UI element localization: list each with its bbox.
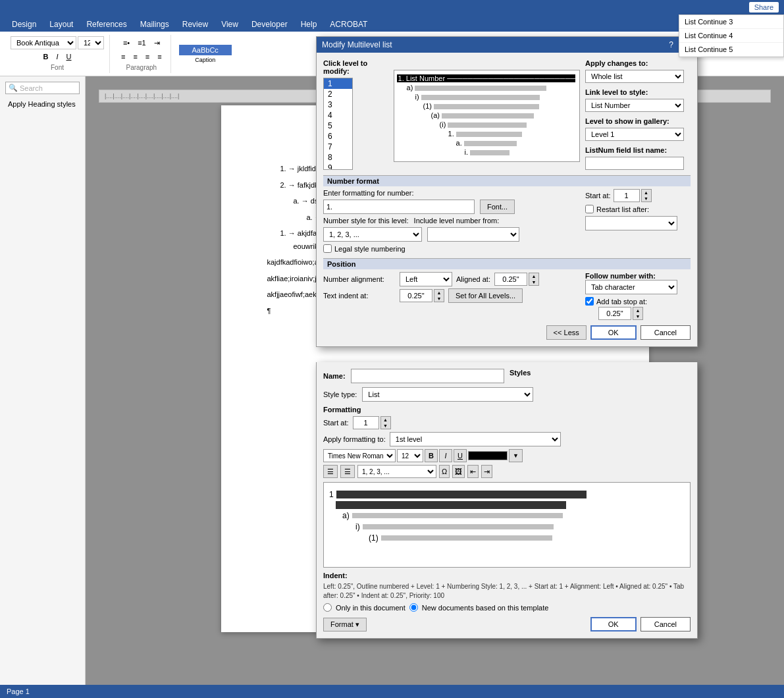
- add-tab-input[interactable]: [598, 307, 631, 320]
- number-format-section: Number format: [323, 175, 691, 186]
- level-7[interactable]: 7: [324, 142, 352, 152]
- list-continue-3[interactable]: List Continue 3: [679, 15, 783, 29]
- dialog-btn-row: << Less OK Cancel: [323, 325, 691, 340]
- font-group: Book Antiqua 12 B I U Font: [5, 35, 110, 73]
- start-at-up[interactable]: ▲: [642, 190, 651, 196]
- position-right: Follow number with: Tab character Add ta…: [585, 272, 691, 320]
- level-4[interactable]: 4: [324, 110, 352, 121]
- include-level-select[interactable]: [427, 227, 519, 242]
- justify-button[interactable]: ≡: [154, 51, 165, 63]
- number-style-select[interactable]: 1, 2, 3, ...: [323, 227, 422, 242]
- underline-button[interactable]: U: [63, 51, 75, 63]
- level-8[interactable]: 8: [324, 152, 352, 163]
- font-name-select[interactable]: Book Antiqua: [11, 36, 76, 49]
- level-5[interactable]: 5: [324, 121, 352, 131]
- numbering-button[interactable]: ≡1: [134, 37, 149, 49]
- enter-formatting-label: Enter formatting for number:: [323, 189, 414, 197]
- font-button[interactable]: Font...: [480, 200, 515, 214]
- aligned-down[interactable]: ▼: [529, 279, 538, 285]
- start-at-down[interactable]: ▼: [642, 196, 651, 201]
- list-continue-5[interactable]: List Continue 5: [679, 43, 783, 57]
- tab-references[interactable]: References: [80, 17, 133, 32]
- legal-style-checkbox[interactable]: [323, 244, 332, 253]
- tab-mailings[interactable]: Mailings: [134, 17, 176, 32]
- tab-review[interactable]: Review: [176, 17, 215, 32]
- follow-number-select[interactable]: Tab character: [585, 280, 677, 294]
- listnum-input[interactable]: [585, 157, 684, 170]
- align-right-button[interactable]: ≡: [142, 51, 153, 63]
- less-button[interactable]: << Less: [546, 325, 587, 340]
- level-6[interactable]: 6: [324, 131, 352, 142]
- indent-button[interactable]: ⇥: [151, 37, 163, 49]
- paragraph-group: ≡• ≡1 ⇥ ≡ ≡ ≡ ≡ Paragraph: [113, 35, 171, 73]
- add-tab-label: Add tab stop at:: [596, 298, 647, 306]
- listnum-label: ListNum field list name:: [585, 146, 691, 154]
- restart-list-select[interactable]: [585, 216, 677, 230]
- add-tab-row: Add tab stop at:: [585, 297, 691, 306]
- aligned-at-input[interactable]: [494, 273, 527, 286]
- tab-help[interactable]: Help: [294, 17, 324, 32]
- add-tab-down[interactable]: ▼: [633, 313, 642, 319]
- para-controls: ≡• ≡1 ⇥: [120, 37, 163, 49]
- level-2[interactable]: 2: [324, 89, 352, 99]
- alignment-row: Number alignment: Left Aligned at: ▲ ▼: [323, 272, 579, 286]
- italic-button[interactable]: I: [53, 51, 61, 63]
- text-indent-up[interactable]: ▲: [434, 290, 444, 296]
- gallery-select[interactable]: Level 1: [585, 128, 684, 141]
- bold-button[interactable]: B: [40, 51, 52, 63]
- preview-spacer: [394, 59, 580, 70]
- sidebar-item-apply-heading[interactable]: Apply Heading styles: [5, 98, 80, 110]
- add-tab-checkbox[interactable]: [585, 297, 594, 306]
- set-for-all-button[interactable]: Set for All Levels...: [448, 288, 523, 303]
- page-info: Page 1: [7, 687, 30, 695]
- number-style-row: Number style for this level: Include lev…: [323, 217, 579, 225]
- formatting-input[interactable]: [323, 200, 475, 214]
- dialog-help-button[interactable]: ?: [666, 40, 676, 50]
- tab-design[interactable]: Design: [5, 17, 43, 32]
- level-3[interactable]: 3: [324, 99, 352, 110]
- preview-line-9: i.: [465, 148, 577, 156]
- preview-line-8: a.: [456, 139, 577, 147]
- main-ok-button[interactable]: OK: [590, 325, 637, 340]
- bullets-button[interactable]: ≡•: [120, 37, 133, 49]
- tab-layout[interactable]: Layout: [43, 17, 80, 32]
- text-indent-down[interactable]: ▼: [434, 296, 444, 302]
- tab-acrobat[interactable]: ACROBAT: [323, 17, 374, 32]
- number-format-body: Enter formatting for number: Font... Num…: [323, 189, 691, 254]
- follow-number-row: Follow number with: Tab character: [585, 272, 691, 294]
- align-center-button[interactable]: ≡: [130, 51, 140, 63]
- apply-changes-select[interactable]: Whole list: [585, 70, 684, 83]
- main-cancel-button[interactable]: Cancel: [640, 325, 691, 340]
- search-box[interactable]: 🔍 Search: [5, 82, 80, 94]
- tab-view[interactable]: View: [215, 17, 245, 32]
- click-level-label: Click level to modify:: [323, 59, 388, 75]
- restart-list-checkbox[interactable]: [585, 205, 594, 213]
- style-preview: AaBbCc Caption: [174, 35, 237, 73]
- text-indent-input[interactable]: [400, 289, 432, 302]
- start-at-label: Start at:: [585, 192, 611, 200]
- spinner-buttons: ▲ ▼: [641, 189, 652, 202]
- add-tab-up[interactable]: ▲: [633, 308, 642, 313]
- search-icon: 🔍: [9, 84, 18, 92]
- aligned-up[interactable]: ▲: [529, 273, 538, 279]
- link-level-select[interactable]: List Number: [585, 99, 684, 112]
- font-size-select[interactable]: 12: [78, 36, 104, 49]
- restart-list-row: Restart list after:: [585, 205, 691, 213]
- align-left-button[interactable]: ≡: [118, 51, 128, 63]
- alignment-select[interactable]: Left: [400, 272, 452, 286]
- dialog-modify-multilevel[interactable]: Modify Multilevel list ? ✕ Click level t…: [316, 36, 698, 347]
- start-at-input[interactable]: [614, 189, 640, 202]
- number-style-select-row: 1, 2, 3, ...: [323, 227, 579, 242]
- level-1[interactable]: 1: [324, 78, 352, 89]
- position-left: Number alignment: Left Aligned at: ▲ ▼: [323, 272, 579, 320]
- sidebar-list: List Continue 3 List Continue 4 List Con…: [679, 14, 784, 57]
- enter-formatting-row: Enter formatting for number:: [323, 189, 579, 197]
- link-level-label: Link level to style:: [585, 88, 691, 96]
- preview-line-1: 1. List Number ─────────────────────────: [397, 74, 577, 82]
- share-button[interactable]: Share: [749, 2, 779, 13]
- restart-list-label: Restart list after:: [596, 205, 649, 213]
- list-continue-4[interactable]: List Continue 4: [679, 29, 783, 43]
- aligned-at-spinner: ▲ ▼: [494, 273, 539, 286]
- level-9[interactable]: 9: [324, 163, 352, 170]
- tab-developer[interactable]: Developer: [245, 17, 294, 32]
